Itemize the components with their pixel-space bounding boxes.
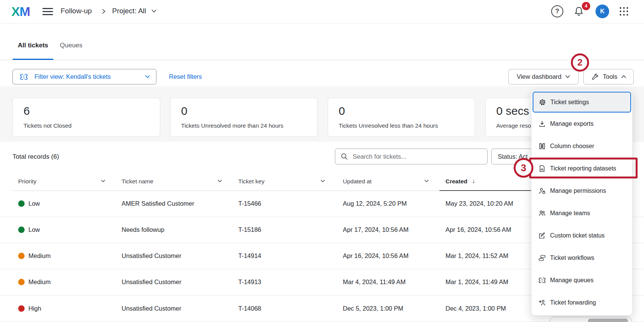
cell-ticket-name: Needs followup: [122, 226, 164, 233]
menu-item-column-chooser[interactable]: Column chooser: [531, 135, 632, 157]
stat-card-unresolved-more-24h: 0 Tickets Unresolved more than 24 hours: [170, 98, 317, 137]
priority-dot: [18, 305, 25, 312]
people-icon: [538, 209, 547, 217]
cell-priority: Low: [28, 226, 40, 233]
ticket-icon: [538, 276, 547, 284]
column-header-ticket-name[interactable]: Ticket name: [122, 178, 153, 185]
cell-ticket-key: T-15186: [238, 226, 261, 233]
search-input[interactable]: [353, 153, 478, 160]
column-header-ticket-key[interactable]: Ticket key: [238, 178, 264, 185]
download-icon: [538, 120, 547, 128]
tools-dropdown-menu: Ticket settings Manage exports Column ch…: [531, 90, 633, 316]
stat-card-not-closed: 6 Tickets not Closed: [13, 98, 160, 137]
stat-label: Tickets Unresolved less than 24 hours: [339, 122, 438, 129]
priority-dot: [18, 279, 25, 285]
search-icon: [341, 153, 348, 160]
cell-created: Mar 1, 2024, 11:49 AM: [445, 278, 508, 286]
priority-dot: [18, 253, 25, 259]
cell-created: Mar 1, 2024, 11:52 AM: [445, 252, 508, 259]
cell-priority: High: [28, 305, 41, 312]
cell-priority: Medium: [28, 278, 51, 286]
stat-value: 0: [181, 105, 188, 117]
notification-count-badge: 4: [582, 2, 590, 10]
cell-updated-at: Mar 4, 2024, 11:49 AM: [343, 278, 406, 286]
gear-icon: [538, 98, 547, 106]
tools-button[interactable]: Tools: [583, 69, 634, 84]
menu-item-manage-permissions[interactable]: Manage permissions: [531, 180, 632, 202]
cell-ticket-key: T-14913: [238, 278, 261, 286]
stat-label: Tickets Unresolved more than 24 hours: [181, 122, 283, 129]
menu-item-ticket-workflows[interactable]: Ticket workflows: [531, 247, 632, 269]
cell-updated-at: Aug 12, 2024, 5:20 PM: [343, 200, 407, 207]
sort-descending-icon[interactable]: ↓: [472, 178, 475, 184]
report-document-icon: [538, 164, 547, 173]
column-header-priority[interactable]: Priority: [18, 178, 36, 185]
workflow-icon: [538, 254, 547, 262]
wrench-icon: [591, 73, 599, 81]
project-selector[interactable]: Project: All: [112, 7, 156, 15]
menu-item-manage-exports[interactable]: Manage exports: [531, 113, 632, 135]
cell-ticket-key: T-14914: [238, 252, 261, 259]
stat-label: Average reso: [496, 122, 531, 129]
xm-logo: XM: [11, 4, 30, 19]
top-nav-bar: XM Follow-up Project: All ? 4 K: [0, 0, 644, 23]
menu-item-ticket-reporting-datasets[interactable]: Ticket reporting datasets: [531, 157, 632, 180]
annotation-step-2: 2: [571, 53, 589, 72]
forward-person-icon: [538, 299, 547, 307]
stat-card-unresolved-less-24h: 0 Tickets Unresolved less than 24 hours: [328, 98, 475, 137]
cell-updated-at: Apr 17, 2024, 10:56 AM: [343, 226, 408, 233]
menu-item-ticket-settings[interactable]: Ticket settings: [533, 92, 631, 113]
horizontal-scrollbar[interactable]: [549, 317, 632, 322]
cell-ticket-name: AMER Satisfied Customer: [122, 200, 194, 207]
filter-view-label: Filter view: Kendall's tickets: [34, 73, 111, 80]
chevron-down-icon[interactable]: [320, 180, 325, 183]
stat-label: Tickets not Closed: [23, 122, 72, 129]
chevron-down-icon[interactable]: [424, 180, 429, 183]
stat-value: 0 secs: [496, 105, 529, 117]
cell-created: Apr 16, 2024, 10:56 AM: [445, 226, 511, 233]
chevron-down-icon: [145, 75, 150, 78]
person-lock-icon: [538, 187, 547, 195]
edit-icon: [538, 231, 547, 240]
tab-all-tickets[interactable]: All tickets: [18, 42, 48, 49]
breadcrumb-section[interactable]: Follow-up: [61, 7, 92, 15]
menu-item-manage-queues[interactable]: Manage queues: [531, 269, 632, 291]
menu-item-ticket-forwarding[interactable]: Ticket forwarding: [531, 291, 632, 314]
cell-ticket-key: T-14068: [238, 305, 261, 312]
cell-updated-at: Dec 5, 2023, 1:00 PM: [343, 305, 403, 312]
cell-ticket-name: Unsatisfied Customer: [122, 252, 181, 259]
stat-value: 0: [339, 105, 345, 117]
chevron-down-icon: [565, 75, 570, 78]
reset-filters-link[interactable]: Reset filters: [169, 73, 202, 80]
column-header-updated-at[interactable]: Updated at: [343, 178, 372, 185]
scrollbar-thumb[interactable]: [588, 319, 628, 322]
tabs-bar: All tickets Queues: [0, 23, 644, 61]
ticketing-page: XM Follow-up Project: All ? 4 K All tick…: [0, 0, 644, 322]
hamburger-menu-icon[interactable]: [42, 8, 53, 16]
priority-dot: [18, 227, 25, 233]
tabs-divider: [0, 60, 644, 60]
chevron-down-icon[interactable]: [101, 180, 105, 183]
ticket-search: [335, 148, 488, 164]
filter-view-dropdown[interactable]: Filter view: Kendall's tickets: [13, 69, 156, 84]
cell-ticket-key: T-15466: [238, 200, 261, 207]
user-avatar[interactable]: K: [596, 5, 609, 18]
app-grid-icon[interactable]: [618, 6, 630, 17]
view-dashboard-button[interactable]: View dashboard: [508, 69, 578, 84]
ticket-icon: [19, 72, 28, 81]
menu-item-custom-ticket-status[interactable]: Custom ticket status: [531, 224, 632, 247]
chevron-down-icon[interactable]: [217, 180, 222, 183]
cell-updated-at: Apr 16, 2024, 10:56 AM: [343, 252, 408, 259]
cell-ticket-name: Unsatisfied Customer: [122, 305, 181, 312]
priority-dot: [18, 200, 25, 207]
total-records-label: Total records (6): [13, 153, 59, 161]
tab-queues[interactable]: Queues: [60, 42, 83, 49]
menu-item-manage-teams[interactable]: Manage teams: [531, 202, 632, 224]
columns-icon: [538, 142, 547, 150]
help-icon[interactable]: ?: [551, 5, 563, 17]
stat-value: 6: [23, 105, 30, 117]
cell-created: May 23, 2024, 10:20 AM: [445, 200, 513, 207]
cell-ticket-name: Unsatisfied Customer: [122, 278, 181, 286]
annotation-step-3: 3: [514, 158, 533, 178]
column-header-created[interactable]: Created: [445, 178, 467, 185]
